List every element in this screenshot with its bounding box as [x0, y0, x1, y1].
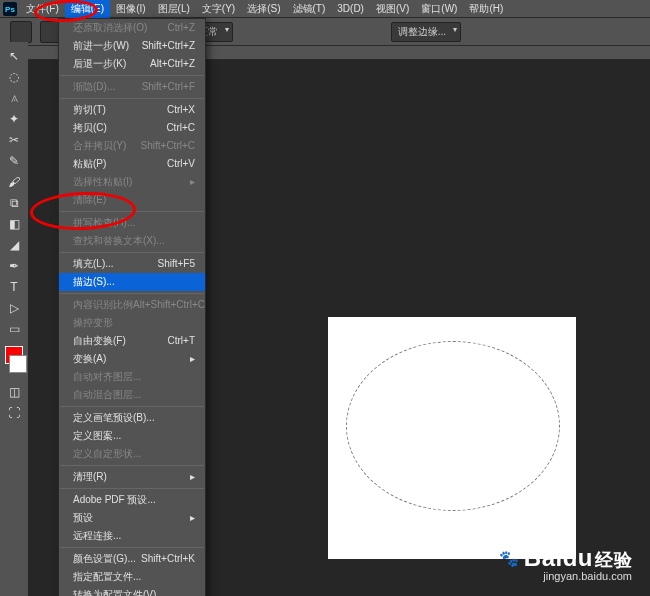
menu-item[interactable]: 前进一步(W)Shift+Ctrl+Z — [59, 37, 205, 55]
stamp-tool-icon[interactable]: ⧉ — [3, 193, 25, 213]
elliptical-selection — [346, 341, 560, 511]
menu-item[interactable]: 填充(L)...Shift+F5 — [59, 255, 205, 273]
menu-item[interactable]: 自由变换(F)Ctrl+T — [59, 332, 205, 350]
menu-item[interactable]: 定义图案... — [59, 427, 205, 445]
menu-item: 自动混合图层... — [59, 386, 205, 404]
menu-bar: 文件(F) 编辑(E) 图像(I) 图层(L) 文字(Y) 选择(S) 滤镜(T… — [0, 0, 650, 18]
menu-select[interactable]: 选择(S) — [241, 0, 286, 18]
menu-item[interactable]: 预设▸ — [59, 509, 205, 527]
menu-help[interactable]: 帮助(H) — [463, 0, 509, 18]
menu-layer[interactable]: 图层(L) — [152, 0, 196, 18]
path-tool-icon[interactable]: ▷ — [3, 298, 25, 318]
menu-view[interactable]: 视图(V) — [370, 0, 415, 18]
menu-window[interactable]: 窗口(W) — [415, 0, 463, 18]
menu-item[interactable]: 拷贝(C)Ctrl+C — [59, 119, 205, 137]
menu-item: 渐隐(D)...Shift+Ctrl+F — [59, 78, 205, 96]
menu-item[interactable]: 描边(S)... — [59, 273, 205, 291]
gradient-tool-icon[interactable]: ◢ — [3, 235, 25, 255]
background-color[interactable] — [9, 355, 27, 373]
menu-item: 选择性粘贴(I)▸ — [59, 173, 205, 191]
menu-edit[interactable]: 编辑(E) — [65, 0, 110, 18]
menu-item: 拼写检查(H)... — [59, 214, 205, 232]
menu-3d[interactable]: 3D(D) — [331, 1, 370, 16]
menu-item: 定义自定形状... — [59, 445, 205, 463]
marquee-tool-icon[interactable]: ◌ — [3, 67, 25, 87]
edit-menu-dropdown: 还原取消选择(O)Ctrl+Z前进一步(W)Shift+Ctrl+Z后退一步(K… — [58, 18, 206, 596]
move-tool-icon[interactable]: ↖ — [3, 46, 25, 66]
menu-item[interactable]: 变换(A)▸ — [59, 350, 205, 368]
menu-item[interactable]: 后退一步(K)Alt+Ctrl+Z — [59, 55, 205, 73]
menu-item: 还原取消选择(O)Ctrl+Z — [59, 19, 205, 37]
menu-item[interactable]: 清理(R)▸ — [59, 468, 205, 486]
menu-item: 内容识别比例Alt+Shift+Ctrl+C — [59, 296, 205, 314]
wand-tool-icon[interactable]: ✦ — [3, 109, 25, 129]
menu-file[interactable]: 文件(F) — [20, 0, 65, 18]
menu-item: 合并拷贝(Y)Shift+Ctrl+C — [59, 137, 205, 155]
app-icon: Ps — [3, 2, 17, 16]
watermark: 🐾Baidu经验 jingyan.baidu.com — [499, 544, 632, 582]
menu-item[interactable]: 远程连接... — [59, 527, 205, 545]
lasso-tool-icon[interactable]: ⟑ — [3, 88, 25, 108]
tool-preset-icon[interactable] — [10, 21, 32, 43]
menu-item: 清除(E) — [59, 191, 205, 209]
canvas[interactable] — [328, 317, 576, 559]
refine-edge-button[interactable]: 调整边缘... — [391, 22, 461, 42]
crop-tool-icon[interactable]: ✂ — [3, 130, 25, 150]
menu-filter[interactable]: 滤镜(T) — [287, 0, 332, 18]
menu-item[interactable]: 定义画笔预设(B)... — [59, 409, 205, 427]
brush-tool-icon[interactable]: 🖌 — [3, 172, 25, 192]
menu-image[interactable]: 图像(I) — [110, 0, 151, 18]
type-tool-icon[interactable]: T — [3, 277, 25, 297]
menu-item[interactable]: 指定配置文件... — [59, 568, 205, 586]
menu-item[interactable]: 剪切(T)Ctrl+X — [59, 101, 205, 119]
screenmode-icon[interactable]: ⛶ — [3, 403, 25, 423]
menu-item[interactable]: Adobe PDF 预设... — [59, 491, 205, 509]
menu-item: 自动对齐图层... — [59, 368, 205, 386]
toolbox: ↖ ◌ ⟑ ✦ ✂ ✎ 🖌 ⧉ ◧ ◢ ✒ T ▷ ▭ ◫ ⛶ — [0, 42, 28, 423]
quickmask-icon[interactable]: ◫ — [3, 382, 25, 402]
watermark-jy: 经验 — [595, 550, 632, 570]
menu-item[interactable]: 转换为配置文件(V)... — [59, 586, 205, 596]
menu-item[interactable]: 粘贴(P)Ctrl+V — [59, 155, 205, 173]
shape-tool-icon[interactable]: ▭ — [3, 319, 25, 339]
menu-item: 查找和替换文本(X)... — [59, 232, 205, 250]
watermark-brand: Baidu — [524, 544, 593, 571]
eyedropper-tool-icon[interactable]: ✎ — [3, 151, 25, 171]
menu-item: 操控变形 — [59, 314, 205, 332]
eraser-tool-icon[interactable]: ◧ — [3, 214, 25, 234]
menu-type[interactable]: 文字(Y) — [196, 0, 241, 18]
paw-icon: 🐾 — [499, 549, 520, 568]
pen-tool-icon[interactable]: ✒ — [3, 256, 25, 276]
menu-item[interactable]: 颜色设置(G)...Shift+Ctrl+K — [59, 550, 205, 568]
